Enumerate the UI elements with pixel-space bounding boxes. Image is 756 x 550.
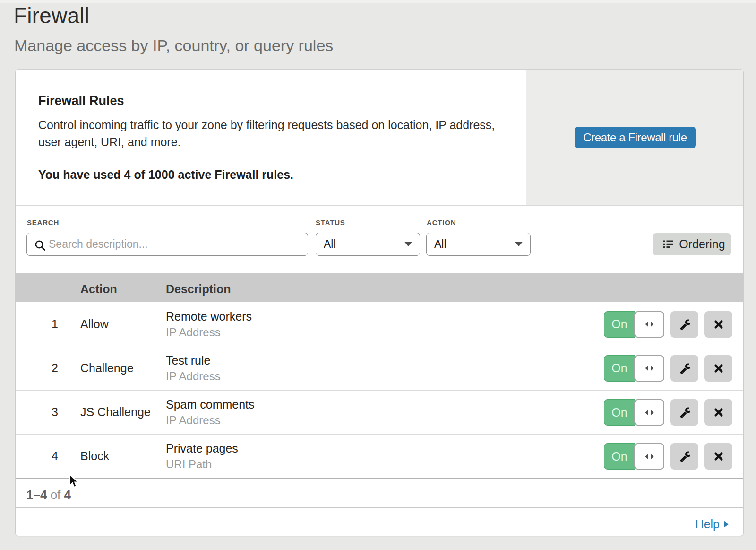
edit-rule-button[interactable] [670, 443, 698, 470]
rule-row: 1 Allow Remote workers IP Address On [16, 302, 743, 346]
rule-description-title: Test rule [166, 353, 221, 368]
card-description: Control incoming traffic to your zone by… [38, 116, 506, 150]
delete-rule-button[interactable] [704, 355, 732, 382]
table-header: Action Description [16, 273, 743, 302]
toggle-on-label: On [604, 311, 635, 338]
rule-match-type: IP Address [166, 412, 255, 428]
edit-rule-button[interactable] [670, 355, 698, 382]
top-edge-strip [0, 0, 756, 3]
search-box [26, 233, 308, 256]
close-icon [714, 364, 723, 373]
rule-description-title: Remote workers [166, 309, 252, 324]
rule-enabled-toggle[interactable]: On [604, 399, 664, 426]
rule-row: 2 Challenge Test rule IP Address On [16, 346, 743, 390]
ordering-button-label: Ordering [679, 237, 725, 251]
wrench-icon [679, 407, 690, 418]
action-label: ACTION [427, 218, 456, 227]
column-header-description: Description [166, 282, 231, 296]
pagination-total: 4 [64, 488, 71, 502]
rules-table-body: 1 Allow Remote workers IP Address On [16, 302, 743, 479]
toggle-knob[interactable] [634, 443, 664, 470]
help-row: Help [16, 508, 743, 536]
rule-priority: 1 [34, 302, 75, 346]
filter-section: SEARCH STATUS ACTION All All [16, 205, 743, 278]
help-link[interactable]: Help [696, 517, 729, 531]
rule-description: Private pages URI Path [166, 441, 238, 472]
column-header-action: Action [80, 282, 117, 296]
pagination-range: 1–4 [26, 488, 47, 502]
action-select-value: All [434, 238, 447, 251]
rule-row: 3 JS Challenge Spam comments IP Address … [16, 391, 743, 435]
overview-section: Firewall Rules Control incoming traffic … [16, 70, 743, 205]
firewall-page: { "page": { "title": "Firewall", "subtit… [0, 0, 756, 550]
rule-match-type: URI Path [166, 456, 238, 472]
pagination-row: 1–4 of 4 [16, 479, 743, 508]
toggle-knob[interactable] [634, 311, 664, 338]
left-right-arrows-icon [645, 454, 654, 460]
edit-rule-button[interactable] [670, 311, 698, 338]
pagination-of: of [51, 488, 61, 502]
rule-row: 4 Block Private pages URI Path On [16, 435, 743, 479]
search-label: SEARCH [27, 218, 59, 227]
status-select-value: All [324, 238, 336, 251]
rule-description: Spam comments IP Address [166, 397, 255, 428]
rule-priority: 2 [34, 346, 75, 390]
left-right-arrows-icon [645, 410, 654, 416]
toggle-knob[interactable] [634, 399, 664, 426]
left-right-arrows-icon [645, 321, 654, 327]
rule-description-title: Private pages [166, 441, 238, 456]
left-right-arrows-icon [645, 365, 654, 371]
edit-rule-button[interactable] [670, 399, 698, 426]
rule-match-type: IP Address [166, 324, 252, 340]
firewall-rules-card: Firewall Rules Control incoming traffic … [16, 70, 743, 536]
search-icon [34, 240, 46, 252]
card-heading: Firewall Rules [38, 93, 124, 108]
rule-enabled-toggle[interactable]: On [604, 311, 664, 338]
page-title: Firewall [14, 3, 89, 28]
toggle-on-label: On [604, 443, 635, 470]
status-label: STATUS [316, 218, 345, 227]
pagination-text: 1–4 of 4 [26, 488, 71, 502]
page-subtitle: Manage access by IP, country, or query r… [14, 35, 333, 56]
rule-enabled-toggle[interactable]: On [604, 355, 664, 382]
rule-action: Block [80, 435, 109, 478]
ordering-button[interactable]: Ordering [653, 233, 731, 255]
wrench-icon [679, 451, 690, 462]
action-select[interactable]: All [426, 233, 531, 256]
wrench-icon [679, 319, 690, 330]
help-link-label: Help [696, 517, 720, 531]
rule-action: Challenge [80, 346, 134, 390]
create-firewall-rule-button[interactable]: Create a Firewall rule [575, 127, 696, 148]
toggle-on-label: On [604, 399, 635, 426]
rule-priority: 3 [34, 391, 75, 434]
search-input[interactable] [49, 234, 304, 254]
status-select[interactable]: All [316, 233, 420, 256]
rule-description-title: Spam comments [166, 397, 255, 412]
rule-action: Allow [80, 302, 109, 346]
rule-priority: 4 [34, 435, 75, 478]
usage-summary: You have used 4 of 1000 active Firewall … [38, 167, 293, 182]
chevron-down-icon [404, 241, 412, 247]
ordered-list-icon [663, 240, 673, 248]
close-icon [714, 408, 723, 417]
wrench-icon [679, 363, 690, 374]
delete-rule-button[interactable] [704, 311, 732, 338]
rule-action: JS Challenge [80, 391, 151, 434]
rule-description: Test rule IP Address [166, 353, 221, 384]
rule-match-type: IP Address [166, 368, 221, 384]
rule-enabled-toggle[interactable]: On [604, 443, 664, 470]
chevron-down-icon [515, 241, 523, 247]
toggle-knob[interactable] [634, 355, 664, 382]
toggle-on-label: On [604, 355, 635, 382]
close-icon [714, 452, 723, 461]
delete-rule-button[interactable] [704, 399, 732, 426]
triangle-right-icon [724, 521, 729, 528]
close-icon [714, 320, 723, 329]
rule-description: Remote workers IP Address [166, 309, 252, 340]
delete-rule-button[interactable] [704, 443, 732, 470]
